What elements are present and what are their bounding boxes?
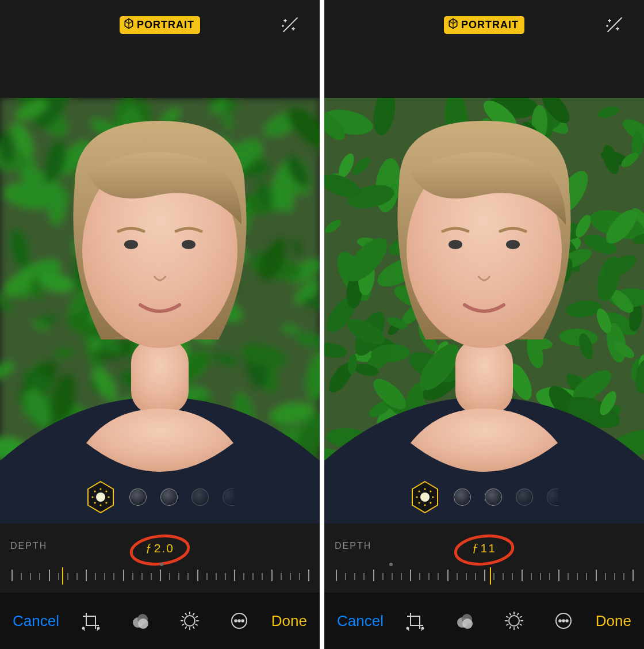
depth-slider[interactable] [0, 566, 320, 582]
slider-tick [21, 573, 22, 580]
photo-preview[interactable] [0, 98, 320, 524]
svg-line-419 [520, 624, 522, 625]
slider-tick [39, 573, 40, 580]
slider-tick [67, 573, 68, 580]
slider-tick [178, 573, 179, 580]
slider-tick [308, 570, 309, 581]
slider-tick [252, 573, 254, 580]
svg-point-416 [462, 619, 473, 629]
lighting-natural-icon[interactable] [86, 480, 116, 514]
slider-tick [568, 573, 569, 580]
f-symbol: ƒ [145, 541, 153, 555]
slider-tick [522, 570, 523, 581]
slider-tick [457, 573, 458, 580]
more-button[interactable] [549, 606, 578, 636]
f-symbol: ƒ [472, 541, 480, 555]
f-number: 11 [481, 541, 496, 555]
svg-point-432 [563, 620, 565, 622]
bottom-toolbar: Cancel Done [0, 593, 320, 649]
svg-rect-398 [455, 339, 513, 414]
cancel-button[interactable]: Cancel [337, 612, 384, 630]
filters-button[interactable] [450, 606, 480, 636]
f-stop-value: ƒ2.0 [145, 541, 174, 555]
slider-tick [132, 573, 133, 580]
depth-slider[interactable] [324, 566, 644, 582]
slider-tick [49, 570, 50, 581]
svg-point-407 [416, 496, 417, 498]
svg-point-186 [108, 496, 109, 498]
f-number: 2.0 [154, 541, 174, 555]
slider-tick [419, 573, 420, 580]
lighting-effects-strip[interactable] [0, 479, 320, 516]
adjust-button[interactable] [175, 606, 205, 636]
svg-line-422 [510, 627, 511, 628]
done-button[interactable]: Done [271, 612, 307, 630]
svg-point-401 [506, 240, 520, 249]
svg-point-409 [424, 488, 425, 490]
svg-point-433 [566, 620, 569, 622]
svg-point-417 [509, 616, 519, 626]
crop-button[interactable] [76, 606, 106, 636]
slider-tick [290, 573, 291, 580]
depth-control: DEPTHƒ11 [324, 524, 644, 593]
adjust-button[interactable] [499, 606, 529, 636]
filters-button[interactable] [125, 606, 155, 636]
svg-point-183 [124, 240, 138, 249]
slider-pointer[interactable] [62, 567, 63, 585]
lighting-option[interactable] [454, 488, 471, 506]
svg-rect-181 [131, 339, 189, 414]
lighting-effects-strip[interactable] [324, 479, 644, 516]
lighting-option[interactable] [129, 488, 147, 506]
svg-line-420 [518, 627, 519, 628]
auto-enhance-button[interactable] [281, 15, 300, 35]
slider-pointer[interactable] [490, 567, 491, 585]
svg-point-192 [99, 488, 101, 490]
top-bar: PORTRAIT [324, 0, 644, 98]
slider-tick [76, 573, 78, 580]
svg-point-413 [422, 628, 424, 629]
portrait-mode-badge[interactable]: PORTRAIT [120, 16, 200, 34]
slider-tick [484, 570, 485, 581]
slider-tick [577, 573, 578, 580]
svg-point-412 [407, 628, 409, 629]
slider-tick [281, 573, 282, 580]
lighting-option[interactable] [191, 488, 209, 506]
slider-tick [30, 573, 31, 580]
slider-tick [605, 573, 606, 580]
portrait-mode-label: PORTRAIT [137, 19, 194, 31]
slider-tick [151, 573, 152, 580]
slider-tick [160, 570, 161, 581]
svg-point-214 [235, 620, 237, 622]
lighting-option[interactable] [547, 488, 558, 506]
lighting-natural-icon[interactable] [410, 480, 440, 514]
lighting-option[interactable] [223, 488, 234, 506]
lighting-option[interactable] [160, 488, 178, 506]
lighting-option[interactable] [516, 488, 533, 506]
slider-tick [438, 573, 439, 580]
svg-point-196 [98, 628, 99, 629]
slider-tick [512, 573, 513, 580]
done-button[interactable]: Done [596, 612, 631, 630]
slider-tick [382, 573, 384, 580]
slider-tick [558, 570, 559, 581]
photo-preview[interactable] [324, 98, 644, 524]
slider-tick [104, 573, 105, 580]
svg-point-216 [242, 620, 244, 622]
slider-tick [113, 573, 114, 580]
slider-tick [392, 573, 393, 580]
crop-button[interactable] [400, 606, 430, 636]
slider-tick [354, 573, 355, 580]
svg-point-405 [424, 504, 425, 506]
slider-tick [363, 573, 365, 580]
slider-tick [243, 573, 244, 580]
slider-tick [447, 570, 448, 581]
top-bar: PORTRAIT [0, 0, 320, 98]
portrait-mode-badge[interactable]: PORTRAIT [444, 16, 524, 34]
svg-line-429 [520, 617, 522, 618]
lighting-option[interactable] [485, 488, 502, 506]
depth-label: DEPTH [10, 541, 47, 551]
slider-tick [123, 570, 124, 581]
more-button[interactable] [224, 606, 254, 636]
auto-enhance-button[interactable] [605, 15, 624, 35]
cancel-button[interactable]: Cancel [13, 612, 59, 630]
